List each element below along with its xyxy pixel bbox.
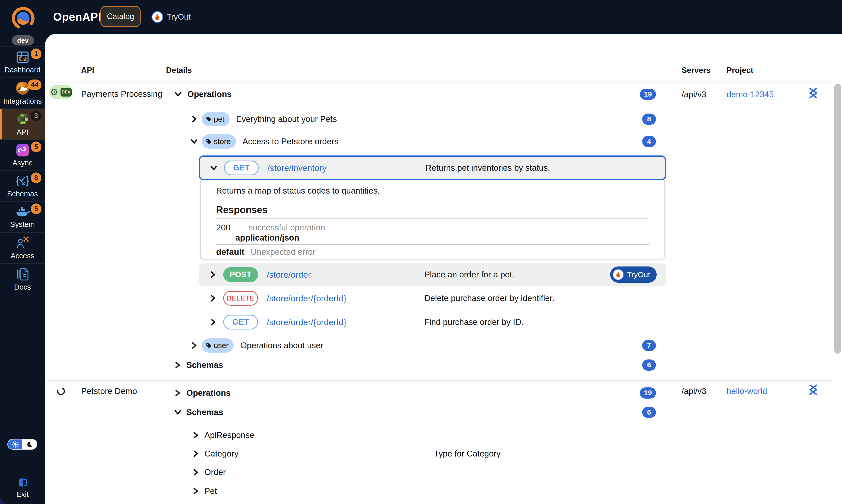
sidebar-item-async[interactable]: 5 Async [0, 140, 45, 170]
chevron-right-icon[interactable] [175, 361, 181, 368]
operations-count-badge: 19 [640, 388, 656, 399]
double-x-icon[interactable] [808, 384, 819, 397]
chevron-right-icon[interactable] [210, 271, 216, 278]
row-divider [48, 380, 832, 380]
dark-mode-option[interactable] [22, 439, 37, 449]
schema-row-category[interactable]: Category Type for Category [166, 446, 666, 462]
api-env-pill: ⚙ DEV [49, 85, 72, 99]
light-mode-option[interactable] [8, 439, 22, 449]
app-logo-icon [11, 4, 35, 33]
sidebar-item-exit[interactable]: Exit [0, 472, 45, 504]
op-path-link[interactable]: /store/order/{orderId} [267, 293, 347, 303]
chevron-down-icon[interactable] [191, 138, 198, 145]
op-row-delete-order[interactable]: DELETE /store/order/{orderId} Delete pur… [199, 287, 666, 309]
sidebar-item-system[interactable]: 5 System [0, 201, 45, 232]
integrations-badge: 44 [28, 79, 41, 90]
schemas-icon [15, 174, 30, 188]
async-icon [16, 143, 30, 157]
sidebar-item-label: Schemas [7, 190, 38, 198]
schema-name: ApiResponse [205, 430, 254, 440]
tag-name: store [214, 137, 231, 146]
operations-toggle-row[interactable]: Operations 19 [166, 385, 666, 401]
tag-row-store[interactable]: store Access to Petstore orders 4 [166, 133, 666, 150]
async-badge: 5 [31, 142, 41, 152]
sidebar-item-label: System [10, 220, 35, 229]
op-summary: Delete purchase order by identifier. [424, 293, 555, 303]
op-row-get-order[interactable]: GET /store/order/{orderId} Find purchase… [199, 311, 666, 333]
tag-row-user[interactable]: user Operations about user 7 [166, 337, 666, 354]
api-badge: 3 [31, 110, 41, 121]
sidebar-item-label: Integrations [3, 97, 42, 105]
op-row-get-inventory[interactable]: GET /store/inventory Returns pet invento… [199, 156, 666, 180]
op-summary: Place an order for a pet. [424, 270, 514, 280]
op-summary: Returns pet inventories by status. [425, 163, 550, 173]
tag-row-pet[interactable]: pet Everything about your Pets 8 [166, 111, 666, 127]
chevron-right-icon[interactable] [193, 432, 199, 439]
sidebar-item-dashboard[interactable]: 1 Dashboard [0, 47, 45, 77]
schema-row-apiresponse[interactable]: ApiResponse [166, 427, 666, 443]
scrollbar-thumb[interactable] [835, 84, 841, 354]
column-header-project: Project [726, 66, 753, 75]
response-code: default [216, 247, 244, 257]
sidebar-item-label: Docs [14, 283, 31, 291]
chevron-right-icon[interactable] [210, 319, 216, 326]
operations-toggle-row[interactable]: Operations 19 [166, 86, 666, 102]
chevron-down-icon[interactable] [210, 165, 217, 171]
catalog-button[interactable]: Catalog [101, 6, 141, 27]
theme-toggle[interactable] [7, 439, 37, 450]
op-path-link[interactable]: /store/order/{orderId} [267, 317, 347, 327]
chevron-right-icon[interactable] [193, 450, 199, 457]
sidebar-item-api[interactable]: 3 API [0, 108, 45, 140]
schemas-toggle-row[interactable]: Schemas 6 [166, 357, 666, 373]
column-header-details: Details [166, 66, 192, 75]
op-detail-panel: Returns a map of status codes to quantit… [200, 180, 665, 259]
method-pill-get: GET [223, 315, 258, 329]
operations-count-badge: 19 [640, 89, 656, 100]
tryout-button[interactable]: TryOut [610, 267, 657, 283]
op-path-link[interactable]: /store/inventory [267, 163, 327, 173]
sun-icon [12, 441, 19, 448]
server-value: /api/v3 [682, 386, 706, 396]
tag-count-badge: 4 [642, 136, 656, 147]
api-name: Payments Processing [81, 89, 162, 99]
brand-title: OpenAPI [53, 0, 101, 34]
system-badge: 5 [31, 203, 41, 214]
op-row-post-order[interactable]: POST /store/order Place an order for a p… [199, 264, 666, 286]
project-link: demo-12345 [726, 90, 774, 99]
double-x-icon[interactable] [808, 87, 819, 100]
chevron-down-icon[interactable] [175, 91, 182, 97]
tag-description: Access to Petstore orders [243, 137, 339, 146]
chevron-right-icon[interactable] [191, 342, 197, 349]
top-bar: OpenAPI Catalog TryOut dev [0, 0, 842, 34]
flame-icon [152, 11, 163, 23]
schemas-toggle-row[interactable]: Schemas 6 [166, 404, 666, 420]
schema-name: Order [205, 467, 226, 477]
op-description: Returns a map of status codes to quantit… [216, 186, 380, 196]
chevron-right-icon[interactable] [193, 469, 199, 476]
schemas-badge: 8 [31, 173, 41, 183]
operations-label: Operations [187, 89, 232, 99]
dashboard-badge: 1 [31, 49, 41, 59]
sidebar-item-docs[interactable]: Docs [0, 264, 45, 294]
chevron-right-icon[interactable] [193, 487, 199, 494]
moon-icon [27, 441, 33, 448]
dashboard-icon [16, 50, 30, 64]
chevron-right-icon[interactable] [210, 295, 216, 302]
tag-count-badge: 8 [642, 113, 656, 125]
chevron-right-icon[interactable] [175, 390, 181, 397]
tryout-nav[interactable]: TryOut [152, 0, 191, 34]
sidebar-item-access[interactable]: Access [0, 232, 45, 264]
sidebar-item-schemas[interactable]: 8 Schemas [0, 170, 45, 201]
dev-chip: DEV [60, 88, 72, 96]
chevron-right-icon[interactable] [191, 115, 197, 123]
schema-row-order[interactable]: Order [166, 464, 666, 480]
responses-title: Responses [216, 204, 268, 215]
flame-icon [613, 269, 624, 280]
chevron-down-icon[interactable] [174, 409, 181, 416]
op-path-link[interactable]: /store/order [267, 270, 311, 280]
tryout-button-label: TryOut [627, 270, 650, 279]
sidebar-item-integrations[interactable]: 44 Integrations [0, 77, 45, 108]
schema-name: Category [205, 449, 239, 458]
schema-row-pet[interactable]: Pet [166, 483, 666, 499]
schemas-count-badge: 6 [642, 407, 656, 418]
